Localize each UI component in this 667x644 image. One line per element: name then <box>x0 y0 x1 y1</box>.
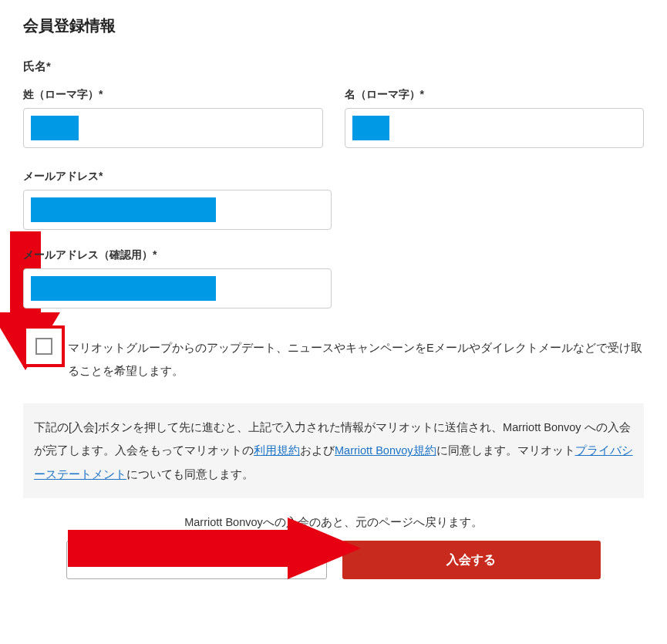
email-confirm-label: メールアドレス（確認用）* <box>23 248 644 262</box>
form-title: 会員登録情報 <box>23 15 644 36</box>
last-name-input[interactable] <box>23 108 323 148</box>
optin-checkbox-label: マリオットグループからのアップデート、ニュースやキャンペーンをEメールやダイレク… <box>66 336 644 383</box>
return-text: Marriott Bonvoyへの入会のあと、元のページへ戻ります。 <box>23 515 644 530</box>
email-confirm-input[interactable] <box>23 268 332 309</box>
bonvoy-terms-link[interactable]: Marriott Bonvoy規約 <box>335 444 436 457</box>
cancel-button[interactable] <box>66 541 327 579</box>
terms-link[interactable]: 利用規約 <box>254 444 300 457</box>
email-input[interactable] <box>23 190 332 230</box>
terms-notice: 下記の[入会]ボタンを押して先に進むと、上記で入力された情報がマリオットに送信さ… <box>23 403 644 498</box>
optin-checkbox[interactable] <box>35 338 52 355</box>
submit-button[interactable]: 入会する <box>342 541 601 579</box>
email-label: メールアドレス* <box>23 170 644 184</box>
first-name-label: 名（ローマ字）* <box>345 88 645 102</box>
first-name-input[interactable] <box>345 108 645 148</box>
name-section-label: 氏名* <box>23 59 644 74</box>
checkbox-highlight <box>23 325 65 367</box>
last-name-label: 姓（ローマ字）* <box>23 88 323 102</box>
